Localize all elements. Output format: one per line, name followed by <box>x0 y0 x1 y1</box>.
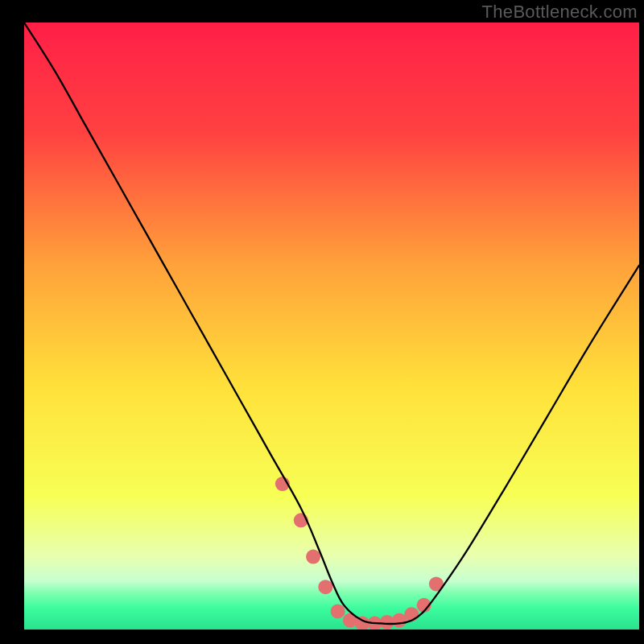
chart-frame: TheBottleneck.com <box>0 0 644 644</box>
marker-dot <box>331 604 345 618</box>
marker-dot <box>306 550 320 564</box>
watermark-text: TheBottleneck.com <box>482 2 638 23</box>
chart-svg <box>24 23 639 630</box>
gradient-background <box>24 23 639 630</box>
marker-dot <box>392 613 407 628</box>
marker-dot <box>318 580 332 594</box>
plot-area <box>24 23 639 630</box>
marker-dot <box>380 615 394 630</box>
